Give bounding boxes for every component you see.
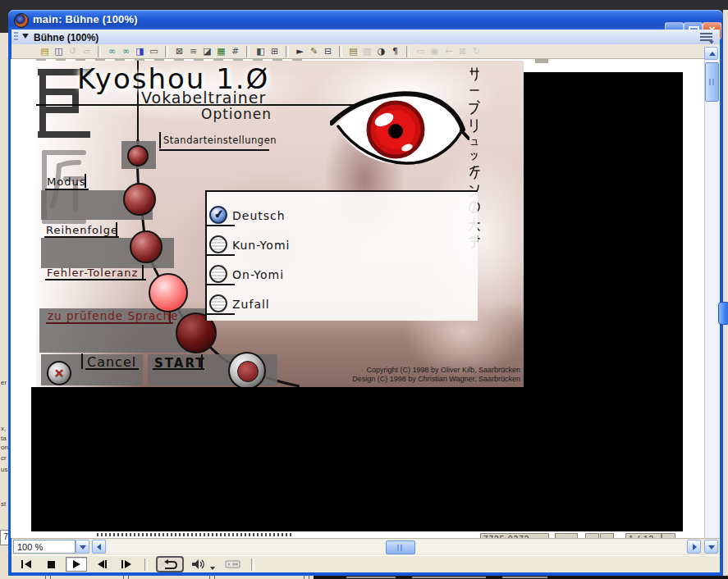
color-palette-icon[interactable]: ▦ (214, 45, 228, 57)
menu-sphere-reihenfolge[interactable] (130, 230, 163, 263)
shape-icon[interactable]: ▭ (414, 45, 428, 57)
arrow-up-icon (709, 52, 716, 56)
no-box-icon[interactable]: ⊠ (456, 45, 469, 57)
loop-playback-button[interactable] (156, 556, 184, 572)
brush-tool-icon[interactable]: ✎ (307, 45, 321, 57)
step-forward-button[interactable] (117, 558, 136, 571)
arrow-right-icon (693, 544, 697, 550)
radio-underline (207, 313, 235, 315)
shockwave-icon[interactable]: # (228, 45, 242, 57)
radio-on-yomi-label[interactable]: On-Yomi (232, 268, 284, 281)
radio-deutsch[interactable]: ✔ (209, 206, 227, 224)
label-tick (81, 353, 83, 369)
loop-icon (161, 559, 179, 570)
scroll-down-button[interactable] (704, 540, 718, 554)
screen: erx,taoncrusst 7 main: Bühne (100%) ✕ Bü… (0, 0, 728, 579)
reihenfolge-label[interactable]: Reihenfolge (46, 224, 118, 236)
toolbar-separator (246, 46, 250, 57)
ink-icon[interactable]: ◪ (200, 45, 214, 57)
zoom-level-field[interactable]: 100 % (13, 540, 76, 554)
column-divider (45, 576, 51, 579)
clipped-content-top (535, 59, 548, 63)
cancel-x-button[interactable]: × (47, 361, 71, 385)
chevron-down-icon (80, 545, 86, 549)
chevron-down-icon[interactable] (210, 567, 215, 570)
speaker-icon (191, 558, 207, 570)
radio-zufall-label[interactable]: Zufall (232, 298, 270, 311)
save-movie-icon[interactable]: ◫ (52, 45, 66, 57)
undo-arrow-icon[interactable]: ← (442, 45, 456, 57)
trace-icon[interactable]: ◉ (428, 45, 442, 57)
arrow-left-icon (97, 544, 101, 550)
volume-button[interactable] (189, 558, 208, 571)
new-sprite-icon[interactable]: ⊞ (268, 45, 282, 57)
scroll-left-button[interactable] (92, 540, 106, 554)
toolbar-separator (406, 46, 410, 57)
rotate-icon[interactable]: ↻ (469, 45, 483, 57)
stop-button[interactable] (41, 558, 61, 571)
rewind-button[interactable] (16, 558, 36, 571)
copy-frames-icon[interactable]: ▱ (80, 45, 94, 57)
background-scrollbar-thumb[interactable] (718, 302, 728, 325)
no-draw-icon[interactable]: ⊠ (172, 45, 186, 57)
toolbar-separator (98, 46, 101, 57)
horizontal-scroll-thumb[interactable] (386, 540, 415, 554)
clipped-text-row (97, 533, 294, 536)
standard-label[interactable]: Standarteinstellungen (163, 134, 277, 146)
behavior-inspector-icon[interactable]: ◑ (374, 45, 388, 57)
find-cast-icon[interactable]: ∞ (105, 45, 119, 57)
clipped-text-fragment (346, 577, 396, 578)
titlebar[interactable]: main: Bühne (100%) ✕ (8, 10, 723, 30)
stop-icon (48, 561, 55, 568)
rectangle-tool-icon[interactable]: ▭ (147, 45, 161, 57)
vertical-scroll-thumb[interactable] (705, 62, 719, 102)
background-text-fragment: x, (1, 425, 6, 432)
gradient-icon[interactable]: ◧ (254, 45, 268, 57)
modus-label[interactable]: Modus (47, 176, 85, 188)
step-back-button[interactable] (92, 558, 112, 571)
background-text-fragment: ta (1, 435, 7, 442)
script-window-icon[interactable]: ▤ (346, 45, 360, 57)
radio-zufall[interactable] (209, 294, 227, 312)
toolbar: ▤◫↺▱∞∞◨▭⊠≡◪▦#◧⊞►✎⊟▤▥◑¶▭◉←⊠↻ (11, 44, 720, 59)
grid-window-icon[interactable]: ⊟ (321, 45, 335, 57)
text-inspector-icon[interactable]: ¶ (388, 45, 402, 57)
collapse-arrow-icon[interactable] (22, 34, 29, 39)
radio-underline (207, 284, 235, 285)
vertical-scrollbar[interactable] (704, 46, 720, 538)
fehler-toleranz-label[interactable]: Fehler-Toleranz (47, 267, 138, 279)
label-underline (46, 322, 173, 324)
background-text-fragment: st (1, 500, 6, 508)
scroll-up-button[interactable] (704, 47, 718, 60)
start-sphere[interactable] (228, 352, 266, 387)
radio-on-yomi[interactable] (209, 265, 227, 283)
menu-sphere-modus[interactable] (123, 183, 156, 216)
zoom-dropdown-button[interactable] (76, 540, 89, 554)
radio-kun-yomi[interactable] (209, 235, 227, 253)
transport-bar (11, 555, 720, 572)
panel-grip[interactable] (14, 32, 18, 42)
revert-icon[interactable]: ↺ (66, 45, 80, 57)
scroll-right-button[interactable] (687, 540, 701, 554)
label-underline (85, 368, 139, 370)
radio-deutsch-label[interactable]: Deutsch (232, 209, 286, 222)
find-selection-icon[interactable]: ∞ (119, 45, 133, 57)
arrow-tool-icon[interactable]: ► (293, 45, 307, 57)
align-icon[interactable]: ≡ (186, 45, 200, 57)
kiosk-icon (225, 559, 241, 569)
background-window-bottom-right (314, 576, 728, 579)
menu-sphere-fehler-active[interactable] (149, 273, 188, 312)
sound-cast-icon[interactable]: ◨ (133, 45, 147, 57)
cast-window-icon[interactable]: ▤ (38, 45, 52, 57)
panel-menu-icon[interactable] (700, 33, 712, 42)
radio-kun-yomi-label[interactable]: Kun-Yomi (232, 239, 290, 252)
sprache-label[interactable]: zu prüfende Sprache (48, 309, 179, 322)
play-button[interactable] (66, 557, 87, 572)
message-window-icon[interactable]: ▥ (360, 45, 374, 57)
director-app-icon (14, 13, 29, 28)
background-window-left-strip: erx,taoncrusst (0, 33, 8, 576)
background-text-fragment: us (1, 466, 7, 473)
menu-sphere-standard[interactable] (127, 145, 149, 166)
panel-header (11, 30, 720, 45)
toolbar-separator (339, 46, 342, 57)
